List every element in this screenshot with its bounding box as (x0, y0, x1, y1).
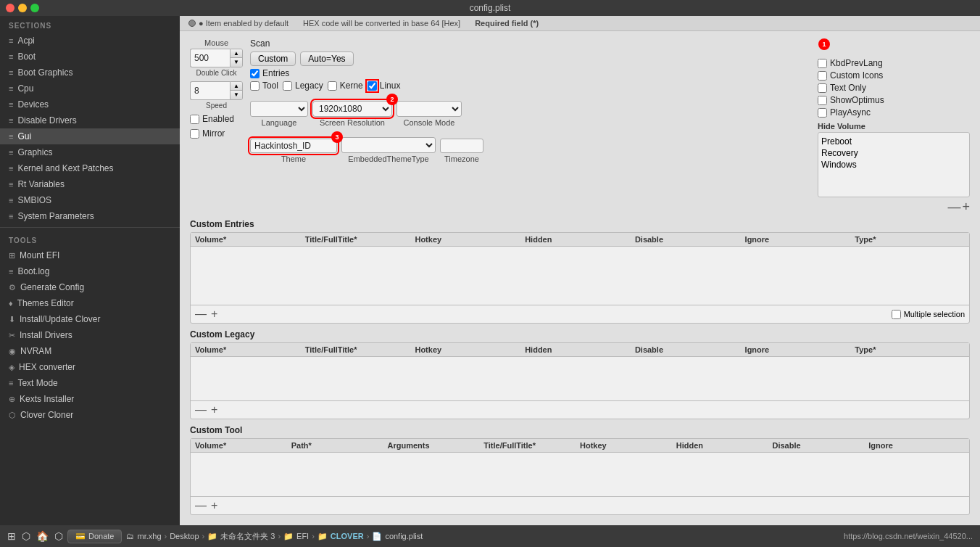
traffic-lights (6, 4, 39, 12)
sidebar-item-clover-cloner[interactable]: ⬡ Clover Cloner (0, 407, 180, 423)
double-click-input[interactable] (190, 49, 230, 67)
sidebar-item-boot-graphics[interactable]: ≡ Boot Graphics (0, 65, 180, 81)
donate-button[interactable]: 💳 Donate (67, 530, 122, 543)
status-icon-2[interactable]: ⬡ (22, 530, 30, 542)
timezone-input[interactable] (440, 139, 483, 153)
linux-checkbox[interactable] (368, 81, 377, 91)
custom-legacy-footer: — + (191, 400, 969, 419)
sidebar-item-system-parameters[interactable]: ≡ System Parameters (0, 208, 180, 224)
sidebar-item-disable-drivers[interactable]: ≡ Disable Drivers (0, 112, 180, 128)
multiple-selection-checkbox[interactable] (892, 310, 901, 319)
console-mode-select[interactable] (396, 101, 462, 117)
kernel-checkbox[interactable] (328, 81, 337, 91)
hide-volume-windows[interactable]: Windows (821, 159, 966, 170)
console-mode-label: Console Mode (396, 118, 462, 127)
custom-legacy-remove-btn[interactable]: — (195, 404, 207, 416)
hide-volume-preboot[interactable]: Preboot (821, 136, 966, 147)
sidebar-item-devices[interactable]: ≡ Devices (0, 96, 180, 112)
sidebar-item-hex-converter[interactable]: ◈ HEX converter (0, 359, 180, 375)
speed-stepper-up[interactable]: ▲ (231, 82, 242, 91)
sidebar-item-nvram[interactable]: ◉ NVRAM (0, 343, 180, 359)
close-button[interactable] (6, 4, 14, 12)
screen-resolution-select[interactable]: 1920x1080 (312, 101, 392, 117)
stepper-up[interactable]: ▲ (231, 49, 242, 58)
embedded-theme-label: EmbeddedThemeType (341, 155, 436, 163)
annotation-1: 1 (818, 38, 830, 50)
maximize-button[interactable] (30, 4, 39, 12)
custom-icons-checkbox[interactable] (818, 71, 827, 81)
stepper-down[interactable]: ▼ (231, 58, 242, 67)
entries-checkbox[interactable] (250, 69, 259, 78)
sections-label: SECTIONS (0, 16, 180, 33)
speed-stepper-down[interactable]: ▼ (231, 91, 242, 99)
custom-entries-remove-btn[interactable]: — (195, 308, 207, 320)
breadcrumb-folder-icon: 🗂 (126, 532, 134, 540)
list-icon: ≡ (9, 212, 13, 221)
sidebar-item-cpu[interactable]: ≡ Cpu (0, 81, 180, 96)
status-icon-4[interactable]: ⬡ (54, 530, 63, 542)
custom-tool-title: Custom Tool (190, 425, 970, 435)
sidebar-item-install-drivers[interactable]: ✂ Install Drivers (0, 327, 180, 343)
sidebar-item-text-mode[interactable]: ≡ Text Mode (0, 375, 180, 391)
text-only-checkbox[interactable] (818, 83, 827, 93)
double-click-stepper[interactable]: ▲ ▼ (230, 49, 243, 67)
custom-tool-add-btn[interactable]: + (211, 500, 217, 511)
tool-label: Tool (262, 81, 278, 91)
custom-entries-add-btn[interactable]: + (211, 308, 217, 320)
timezone-label: Timezone (440, 155, 483, 163)
kbd-prev-lang-checkbox[interactable] (818, 59, 827, 68)
col-cl-title: Title/FullTitle* (305, 345, 415, 354)
sidebar-item-label: Graphics (17, 147, 52, 157)
sidebar-item-mount-efi[interactable]: ⊞ Mount EFI (0, 247, 180, 263)
language-select[interactable] (250, 101, 308, 117)
hide-volume-recovery[interactable]: Recovery (821, 147, 966, 159)
sidebar-item-boot-log[interactable]: ≡ Boot.log (0, 263, 180, 279)
col-cl-disable: Disable (635, 345, 745, 354)
custom-legacy-add-btn[interactable]: + (211, 404, 217, 416)
sidebar-item-boot[interactable]: ≡ Boot (0, 49, 180, 65)
annotation-3: 3 (331, 131, 343, 143)
sidebar-item-acpi[interactable]: ≡ Acpi (0, 33, 180, 49)
col-volume: Volume* (195, 235, 305, 244)
sidebar-item-gui[interactable]: ≡ Gui (0, 128, 180, 144)
title-bar: config.plist (0, 0, 980, 16)
sidebar-item-generate-config[interactable]: ⚙ Generate Config (0, 279, 180, 295)
mirror-checkbox[interactable] (190, 129, 199, 139)
speed-input[interactable] (190, 81, 230, 100)
custom-button[interactable]: Custom (250, 52, 296, 66)
hide-volume-add-btn[interactable]: + (962, 200, 970, 213)
kernel-label: Kerne (340, 81, 363, 91)
play-async-checkbox[interactable] (818, 108, 827, 118)
sidebar-item-kernel-kext[interactable]: ≡ Kernel and Kext Patches (0, 160, 180, 176)
hide-volume-remove-btn[interactable]: — (947, 200, 960, 213)
sidebar-item-smbios[interactable]: ≡ SMBIOS (0, 192, 180, 208)
sidebar-item-themes-editor[interactable]: ♦ Themes Editor (0, 295, 180, 311)
custom-legacy-header: Volume* Title/FullTitle* Hotkey Hidden D… (191, 343, 969, 357)
breadcrumb-clover: CLOVER (331, 532, 364, 540)
right-checkboxes: KbdPrevLang Custom Icons Text Only (818, 58, 970, 118)
sidebar-item-label: Generate Config (20, 282, 84, 292)
sidebar-item-rt-variables[interactable]: ≡ Rt Variables (0, 176, 180, 192)
status-bar-url: https://blog.csdn.net/weixin_44520... (844, 532, 973, 540)
list-icon: ≡ (9, 100, 13, 109)
tool-checkbox[interactable] (250, 81, 259, 91)
theme-input[interactable] (250, 139, 337, 153)
sidebar-item-kexts-installer[interactable]: ⊕ Kexts Installer (0, 391, 180, 407)
minimize-button[interactable] (18, 4, 27, 12)
col-title: Title/FullTitle* (305, 235, 415, 244)
sidebar-item-label: Themes Editor (17, 298, 74, 308)
legacy-checkbox[interactable] (283, 81, 292, 91)
speed-stepper[interactable]: ▲ ▼ (230, 81, 243, 100)
auto-yes-button[interactable]: Auto=Yes (300, 52, 353, 66)
sidebar-item-graphics[interactable]: ≡ Graphics (0, 144, 180, 160)
embedded-theme-select[interactable] (341, 137, 436, 153)
sidebar-item-install-clover[interactable]: ⬇ Install/Update Clover (0, 311, 180, 327)
status-icon-1[interactable]: ⊞ (7, 530, 16, 542)
custom-tool-remove-btn[interactable]: — (195, 500, 207, 511)
enabled-checkbox[interactable] (190, 115, 199, 124)
status-icon-3[interactable]: 🏠 (36, 530, 49, 542)
show-optimus-checkbox[interactable] (818, 96, 827, 105)
sidebar-item-label: Mount EFI (20, 250, 59, 260)
legacy-label: Legacy (295, 81, 323, 91)
donate-label: Donate (88, 532, 114, 540)
